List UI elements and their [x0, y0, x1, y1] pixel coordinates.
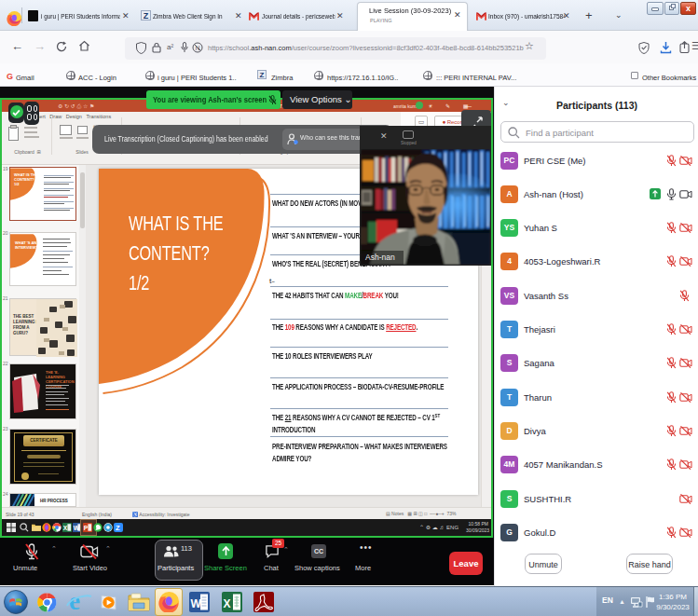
svg-text:X: X — [224, 597, 231, 610]
svg-text:X: X — [63, 525, 68, 531]
svg-text:Z: Z — [116, 524, 120, 532]
svg-text:N: N — [196, 45, 200, 51]
svg-text:W: W — [191, 597, 202, 610]
svg-text:P: P — [84, 525, 89, 531]
svg-text:W: W — [74, 525, 80, 531]
